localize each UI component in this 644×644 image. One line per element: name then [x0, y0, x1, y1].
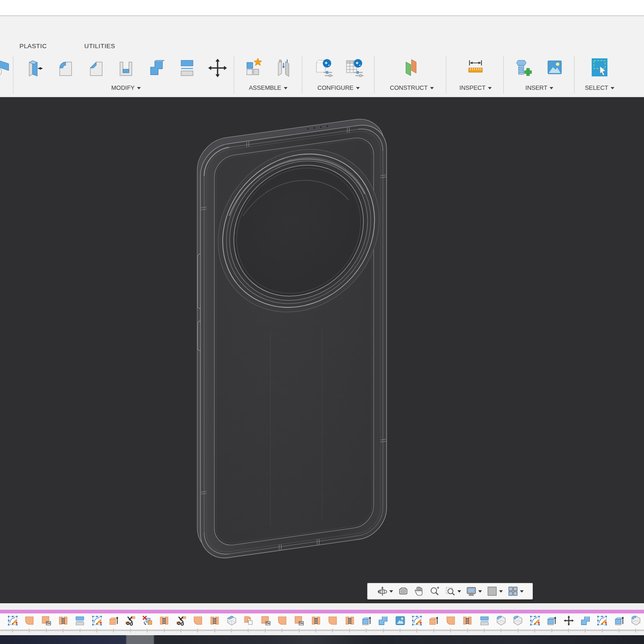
sketch-icon: [529, 615, 541, 626]
group-label-construct[interactable]: CONSTRUCT: [390, 84, 431, 91]
model-viewport[interactable]: [0, 98, 644, 603]
phone-3d-model[interactable]: [0, 98, 644, 603]
group-label-select[interactable]: SELECT: [579, 84, 620, 91]
pan-tool[interactable]: [412, 585, 426, 598]
chevron-down-icon[interactable]: [457, 590, 461, 593]
configure-feature-icon[interactable]: [313, 57, 333, 77]
timeline-feature-extrude-up-blue[interactable]: [611, 613, 627, 629]
timeline-feature-press-pull[interactable]: [38, 613, 55, 629]
timeline-feature-press-pull[interactable]: [291, 613, 307, 629]
timeline-feature-move[interactable]: [560, 613, 577, 629]
timeline-feature-extrude[interactable]: [442, 613, 459, 629]
measure-icon[interactable]: [465, 57, 486, 77]
timeline-feature-sketch[interactable]: [88, 613, 105, 629]
zoom-window-tool[interactable]: [444, 585, 463, 598]
timeline-feature-split[interactable]: [122, 613, 139, 629]
chevron-down-icon: [137, 87, 141, 89]
orbit-icon: [377, 586, 388, 597]
timeline-feature-extrude[interactable]: [274, 613, 290, 629]
offset-face-icon[interactable]: [177, 57, 197, 77]
timeline-feature-offset[interactable]: [72, 613, 88, 629]
group-label-configure[interactable]: CONFIGURE: [313, 84, 364, 91]
timeline-feature-split[interactable]: [173, 613, 189, 629]
chevron-down-icon[interactable]: [520, 590, 524, 593]
press-pull-icon[interactable]: [24, 57, 44, 77]
configure-table-icon[interactable]: [344, 57, 364, 77]
group-label-insert[interactable]: INSERT: [514, 84, 565, 91]
shell-icon[interactable]: [116, 57, 136, 77]
timeline-ruler: [0, 630, 644, 631]
orbit-tool[interactable]: [375, 585, 394, 598]
grid-settings-tool[interactable]: [485, 585, 504, 598]
timeline-feature-fillet[interactable]: [627, 613, 644, 629]
mirror-icon: [209, 615, 220, 626]
timeline-feature-extrude-up-orange[interactable]: [105, 613, 122, 629]
chevron-down-icon[interactable]: [389, 590, 393, 593]
tab-utilities[interactable]: UTILITIES: [84, 43, 115, 50]
extrude-up-blue-icon: [546, 615, 557, 626]
timeline-feature-sketch[interactable]: [408, 613, 425, 629]
ribbon-group-configure: CONFIGURE: [313, 56, 364, 91]
combine-icon[interactable]: [146, 57, 167, 77]
timeline-feature-sketch[interactable]: [4, 613, 21, 629]
chevron-down-icon[interactable]: [478, 590, 482, 593]
move-icon[interactable]: [207, 57, 228, 77]
timeline: [0, 603, 644, 635]
timeline-feature-mirror[interactable]: [55, 613, 71, 629]
clipped-tool-icon[interactable]: [0, 56, 12, 78]
press-pull-icon: [293, 615, 305, 626]
timeline-feature-sketch[interactable]: [594, 613, 611, 629]
construct-plane-icon[interactable]: [400, 57, 421, 77]
viewports-tool[interactable]: [506, 585, 525, 598]
insert-canvas-icon[interactable]: [544, 57, 565, 77]
timeline-feature-decal[interactable]: [392, 613, 408, 629]
move-icon: [563, 615, 575, 626]
extrude-up-blue-icon: [361, 615, 372, 626]
chamfer-icon[interactable]: [85, 57, 106, 77]
timeline-feature-extrude-up-blue[interactable]: [358, 613, 375, 629]
timeline-feature-mirror[interactable]: [459, 613, 476, 629]
timeline-feature-offset[interactable]: [476, 613, 493, 629]
timeline-feature-sketch[interactable]: [526, 613, 543, 629]
timeline-feature-extrude-up-orange[interactable]: [425, 613, 442, 629]
sketch-icon: [91, 615, 103, 626]
look-at-tool[interactable]: [396, 585, 410, 598]
chevron-down-icon: [284, 87, 288, 89]
insert-fastener-icon[interactable]: [514, 57, 534, 77]
group-label-inspect[interactable]: INSPECT: [455, 84, 496, 91]
timeline-feature-extrude-up-blue[interactable]: [544, 613, 560, 629]
timeline-feature-mirror[interactable]: [307, 613, 324, 629]
decal-icon: [394, 615, 406, 626]
timeline-feature-mirror[interactable]: [206, 613, 223, 629]
timeline-feature-press-pull[interactable]: [257, 613, 274, 629]
chamfer-icon: [226, 615, 238, 626]
ribbon-group-modify: MODIFY: [24, 56, 228, 91]
display-settings-tool[interactable]: [464, 585, 483, 598]
tab-plastic[interactable]: PLASTIC: [19, 43, 47, 50]
timeline-feature-mirror[interactable]: [341, 613, 358, 629]
timeline-feature-chamfer[interactable]: [223, 613, 240, 629]
extrude-icon: [276, 615, 288, 626]
timeline-feature-boolean-remove[interactable]: [139, 613, 156, 629]
zoom-tool[interactable]: [428, 585, 442, 598]
group-label-modify[interactable]: MODIFY: [24, 84, 228, 91]
ribbon-divider: [374, 56, 375, 94]
fillet-icon: [495, 615, 507, 626]
select-window-icon[interactable]: [588, 56, 611, 78]
timeline-feature-fillet[interactable]: [510, 613, 526, 629]
timeline-feature-extrude[interactable]: [189, 613, 206, 629]
chevron-down-icon[interactable]: [499, 590, 503, 593]
joint-icon[interactable]: [273, 57, 294, 77]
new-component-icon[interactable]: [243, 57, 263, 77]
timeline-feature-shell[interactable]: [240, 613, 256, 629]
extrude-icon: [192, 615, 204, 626]
timeline-feature-extrude[interactable]: [21, 613, 38, 629]
timeline-feature-combine-blue[interactable]: [577, 613, 594, 629]
fillet-icon[interactable]: [55, 57, 75, 77]
timeline-feature-mirror[interactable]: [156, 613, 173, 629]
group-label-assemble[interactable]: ASSEMBLE: [243, 84, 294, 91]
timeline-feature-extrude[interactable]: [324, 613, 341, 629]
extrude-up-orange-icon: [108, 615, 119, 626]
timeline-feature-fillet[interactable]: [493, 613, 509, 629]
timeline-feature-combine-blue[interactable]: [375, 613, 392, 629]
